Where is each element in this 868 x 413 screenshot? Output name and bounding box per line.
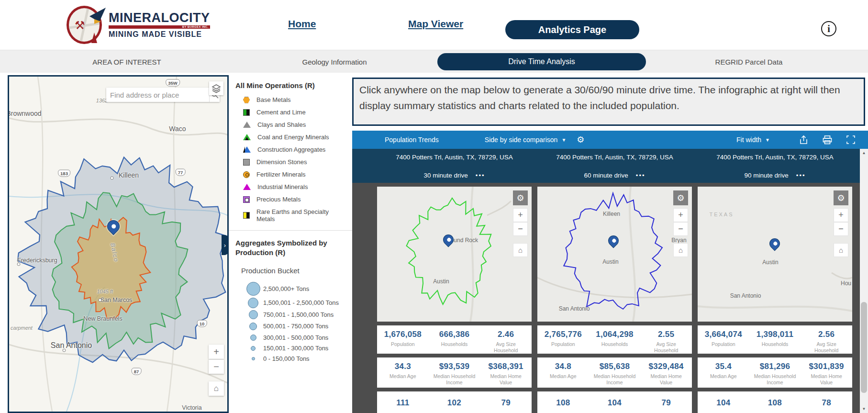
bucket-circle-icon: [249, 323, 257, 330]
stat-value: 2.55: [658, 330, 674, 339]
zoom-out-button[interactable]: −: [209, 359, 224, 374]
stat: $329,484Median Home Value: [640, 362, 692, 386]
stat-label: Households: [601, 341, 628, 347]
minimap-60[interactable]: Killeen Austin San Antonio Bryan ⚙ + − ⌂: [537, 187, 692, 322]
minimap-settings-gear-icon[interactable]: ⚙: [513, 190, 528, 205]
column-30-minute: Round Rock Austin ⚙ + − ⌂ 1,676,058Popul…: [377, 187, 532, 413]
logo-bar: BY BURGEX INC.: [109, 25, 210, 29]
stat: $81,296Median Household Income: [749, 362, 801, 386]
minimap-zoom-in-button[interactable]: +: [513, 208, 528, 222]
more-options-button[interactable]: •••: [476, 172, 485, 179]
print-icon[interactable]: [822, 135, 833, 145]
scroll-up-arrow[interactable]: ▲: [860, 149, 868, 157]
stat-value: 108: [768, 398, 782, 408]
tab-regrid-parcel-data[interactable]: REGRID Parcel Data: [715, 50, 783, 73]
logo-globe: ⚒: [67, 6, 102, 44]
chevron-down-icon: ▼: [561, 137, 566, 143]
bucket-row: 300,001 - 500,000 Tons: [243, 332, 347, 343]
stat-card: 34.3Median Age $93,539Median Household I…: [377, 357, 532, 388]
stat-value: 79: [501, 398, 511, 408]
fullscreen-icon[interactable]: [846, 135, 856, 145]
stat: 666,386Households: [429, 330, 480, 347]
tab-geology-information[interactable]: Geology Information: [302, 50, 367, 73]
stat-value: $85,638: [600, 362, 630, 371]
drive-header-90: 7400 Potters Trl, Austin, TX, 78729, USA…: [698, 154, 852, 179]
scroll-down-arrow[interactable]: ▼: [860, 405, 868, 413]
export-icon[interactable]: [799, 135, 809, 145]
stat-value: 2,765,776: [545, 330, 582, 339]
minimap-90[interactable]: TEXAS Austin San Antonio Hou ⚙ + − ⌂: [698, 187, 852, 322]
drive-row: 30 minute drive •••: [424, 172, 485, 179]
chevron-down-icon: ▼: [765, 137, 770, 143]
bucket-label: 0 - 150,000 Tons: [263, 355, 310, 362]
bucket-circle-icon: [251, 346, 256, 351]
bucket-label: 2,500,000+ Tons: [263, 285, 309, 292]
stat-value: 666,386: [439, 330, 470, 339]
layers-icon[interactable]: [209, 81, 223, 95]
map-label-city: Fredericksburg: [17, 257, 57, 264]
drive-header-30: 7400 Potters Trl, Austin, TX, 78729, USA…: [377, 154, 532, 179]
stat-label: Median Age: [389, 373, 416, 380]
minimap-home-button[interactable]: ⌂: [513, 243, 528, 257]
infographic-scrollbar[interactable]: ▲ ▼: [860, 149, 868, 413]
info-icon[interactable]: i: [821, 21, 836, 36]
scrollbar-thumb[interactable]: [861, 302, 867, 393]
minimap-settings-gear-icon[interactable]: ⚙: [673, 190, 688, 205]
stat: 2.56Avg Size Household: [801, 330, 852, 354]
home-extent-button[interactable]: ⌂: [209, 381, 224, 396]
stat: 1,064,298Households: [589, 330, 641, 347]
tab-area-of-interest[interactable]: AREA OF INTEREST: [92, 50, 161, 73]
minimap-zoom-out-button[interactable]: −: [834, 222, 848, 236]
zoom-in-button[interactable]: +: [209, 345, 224, 359]
more-options-button[interactable]: •••: [796, 172, 806, 179]
map-search: [106, 88, 220, 102]
fertilizer-minerals-icon: [243, 171, 250, 178]
bucket-icon-cell: [243, 310, 263, 319]
minimap-zoom-in-button[interactable]: +: [834, 208, 848, 222]
comparison-mode-dropdown[interactable]: Side by side comparison ▼: [485, 136, 566, 144]
search-input[interactable]: [106, 88, 209, 102]
minimap-zoom-in-button[interactable]: +: [673, 208, 688, 222]
stat: 34.3Median Age: [377, 362, 429, 380]
minimap-home-button[interactable]: ⌂: [834, 243, 848, 257]
stat-value: 34.3: [395, 362, 411, 371]
map-label-city: Waco: [169, 125, 186, 133]
stat: 104: [698, 398, 749, 408]
section-tabbar: AREA OF INTEREST Geology Information Dri…: [0, 50, 868, 73]
panel-expander-chevron[interactable]: ›: [222, 235, 227, 255]
stat-card: 2,765,776Population 1,064,298Households …: [537, 325, 692, 354]
map-label-city: Brownwood: [9, 110, 42, 117]
settings-gear-icon[interactable]: ⚙: [577, 134, 584, 145]
stat-label: Population: [712, 341, 735, 347]
minimap-settings-gear-icon[interactable]: ⚙: [834, 190, 848, 205]
comparison-mode-label: Side by side comparison: [485, 136, 558, 144]
legend-item: Precious Metals: [243, 196, 347, 203]
bucket-label: 300,001 - 500,000 Tons: [263, 334, 328, 341]
nav-map-viewer-link[interactable]: Map Viewer: [408, 18, 463, 30]
tab-drive-time-analysis[interactable]: Drive Time Analysis: [437, 53, 646, 70]
more-options-button[interactable]: •••: [636, 172, 645, 179]
legend-item-label: Construction Aggregates: [257, 146, 325, 153]
city-dot: [99, 299, 102, 302]
legend-item-label: Coal and Energy Minerals: [257, 134, 329, 141]
stat: 79: [480, 398, 532, 408]
minimap-zoom-out-button[interactable]: −: [513, 222, 528, 236]
main-map[interactable]: Brownwood Waco Killeen Fredericksburg Sa…: [9, 77, 227, 412]
minimap-30[interactable]: Round Rock Austin ⚙ + − ⌂: [377, 187, 532, 322]
legend-item-label: Fertilizer Minerals: [256, 171, 306, 178]
zoom-mode-dropdown[interactable]: Fit width ▼: [736, 136, 770, 144]
nav-home-link[interactable]: Home: [288, 18, 316, 30]
minimap-zoom-out-button[interactable]: −: [673, 222, 688, 236]
stat-value: 79: [661, 398, 671, 408]
stat-value: 108: [556, 398, 570, 408]
legend-item-label: Precious Metals: [256, 196, 300, 203]
stat-label: Median Household Income: [753, 373, 797, 386]
legend-item: Fertilizer Minerals: [243, 171, 347, 178]
nav-analytics-page-button[interactable]: Analytics Page: [505, 20, 639, 39]
instruction-text: Click anywhere on the map below to gener…: [352, 78, 865, 126]
stat-label: Population: [551, 341, 575, 347]
stat-label: Median Age: [710, 373, 736, 380]
stat-label: Median Home Value: [804, 373, 848, 386]
minimap-city-label: Bryan: [671, 237, 686, 244]
minimap-home-button[interactable]: ⌂: [673, 243, 688, 257]
